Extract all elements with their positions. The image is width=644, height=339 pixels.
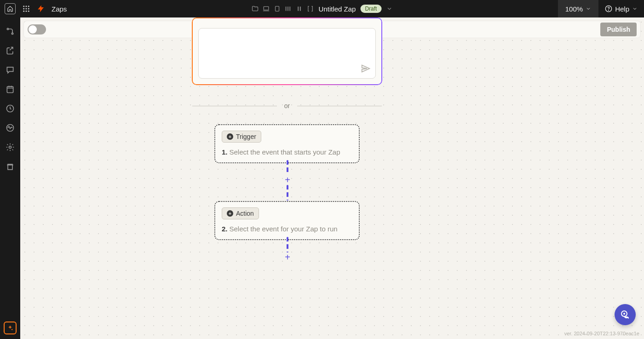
support-fab[interactable] bbox=[615, 304, 636, 325]
action-pill[interactable]: + Action bbox=[222, 207, 259, 219]
svg-point-1 bbox=[26, 6, 27, 7]
step-number: 2. bbox=[222, 225, 228, 233]
plus-circle-icon: + bbox=[227, 210, 233, 217]
svg-point-20 bbox=[7, 28, 8, 29]
version-text: ver. 2024-09-20T22:13-970eac1e bbox=[564, 331, 639, 336]
zap-name[interactable]: Untitled Zap bbox=[319, 5, 356, 13]
home-button[interactable] bbox=[5, 3, 16, 14]
ai-prompt-input[interactable] bbox=[198, 28, 376, 79]
trigger-description: 1.Select the event that starts your Zap bbox=[222, 148, 352, 156]
action-step-card[interactable]: + Action 2.Select the event for your Zap… bbox=[214, 201, 360, 240]
svg-rect-14 bbox=[289, 6, 289, 11]
pause-icon bbox=[296, 5, 303, 12]
support-chat-icon bbox=[620, 309, 631, 320]
draft-status-pill: Draft bbox=[360, 5, 381, 13]
or-label: or bbox=[284, 102, 290, 109]
barcode-icon bbox=[285, 5, 292, 12]
path-icon[interactable] bbox=[6, 27, 15, 36]
svg-rect-12 bbox=[287, 6, 287, 11]
left-sidebar bbox=[0, 17, 20, 339]
clock-icon[interactable] bbox=[6, 104, 15, 113]
gear-icon[interactable] bbox=[6, 143, 15, 152]
svg-point-8 bbox=[28, 11, 29, 12]
svg-point-21 bbox=[12, 33, 13, 34]
svg-point-27 bbox=[623, 313, 625, 315]
svg-point-0 bbox=[23, 6, 24, 7]
header-left: Zaps bbox=[0, 3, 67, 14]
step-number: 1. bbox=[222, 148, 228, 156]
app-title[interactable]: Zaps bbox=[52, 5, 67, 13]
connector-line bbox=[287, 237, 288, 253]
svg-rect-15 bbox=[290, 6, 290, 11]
action-pill-label: Action bbox=[236, 210, 254, 217]
svg-point-2 bbox=[28, 6, 29, 7]
divider-line bbox=[297, 106, 382, 106]
add-step-button[interactable]: + bbox=[283, 253, 292, 261]
app-header: Zaps Untitled Zap Draft 100% Help bbox=[0, 0, 644, 17]
svg-point-4 bbox=[26, 8, 27, 10]
zoom-control[interactable]: 100% bbox=[558, 0, 598, 17]
publish-button[interactable]: Publish bbox=[600, 23, 637, 36]
activity-icon[interactable] bbox=[6, 123, 15, 132]
header-center: Untitled Zap Draft bbox=[252, 5, 393, 13]
svg-point-6 bbox=[23, 11, 24, 12]
svg-point-7 bbox=[26, 11, 27, 12]
apps-grid-icon[interactable] bbox=[22, 5, 30, 13]
svg-rect-9 bbox=[264, 6, 269, 10]
chat-icon[interactable] bbox=[6, 65, 15, 75]
brackets-icon bbox=[307, 5, 314, 12]
svg-point-3 bbox=[23, 8, 24, 10]
sparkle-icon bbox=[7, 325, 13, 331]
divider-line bbox=[192, 106, 277, 106]
add-step-button[interactable]: + bbox=[283, 176, 292, 184]
connector-line bbox=[287, 185, 288, 201]
svg-rect-17 bbox=[300, 6, 301, 11]
send-icon[interactable] bbox=[361, 63, 371, 74]
calendar-icon[interactable] bbox=[6, 85, 15, 94]
breadcrumb-icons[interactable] bbox=[252, 5, 314, 12]
home-icon bbox=[7, 6, 13, 12]
svg-point-19 bbox=[609, 10, 609, 11]
zoom-label: 100% bbox=[565, 5, 583, 13]
chevron-down-icon bbox=[586, 6, 591, 11]
laptop-icon bbox=[263, 5, 270, 12]
header-right: 100% Help bbox=[558, 0, 644, 17]
editor-canvas[interactable]: Publish or + Trigger 1.Select the event … bbox=[20, 17, 644, 339]
svg-rect-10 bbox=[276, 6, 279, 11]
trigger-pill-label: Trigger bbox=[236, 133, 256, 140]
plus-circle-icon: + bbox=[227, 133, 233, 140]
connector-line bbox=[287, 160, 288, 173]
help-label: Help bbox=[615, 5, 629, 13]
step-text: Select the event that starts your Zap bbox=[230, 148, 340, 156]
body-row: Publish or + Trigger 1.Select the event … bbox=[0, 17, 644, 339]
export-icon[interactable] bbox=[6, 46, 15, 55]
svg-rect-11 bbox=[286, 6, 286, 11]
folder-icon bbox=[252, 5, 259, 12]
ai-sparkle-button[interactable] bbox=[4, 322, 17, 334]
svg-rect-16 bbox=[298, 6, 299, 11]
archive-icon[interactable] bbox=[6, 162, 15, 171]
enable-toggle[interactable] bbox=[28, 24, 46, 34]
action-description: 2.Select the event for your Zap to run bbox=[222, 225, 352, 233]
ai-prompt-card bbox=[192, 17, 382, 85]
svg-rect-22 bbox=[7, 86, 13, 92]
help-menu[interactable]: Help bbox=[598, 0, 644, 17]
svg-rect-13 bbox=[288, 6, 288, 11]
trigger-step-card[interactable]: + Trigger 1.Select the event that starts… bbox=[214, 124, 360, 163]
bolt-icon bbox=[37, 5, 45, 13]
svg-point-5 bbox=[28, 8, 29, 10]
step-text: Select the event for your Zap to run bbox=[230, 225, 338, 233]
device-icon bbox=[274, 5, 281, 12]
chevron-down-icon[interactable] bbox=[386, 6, 392, 12]
chevron-down-icon bbox=[632, 6, 638, 11]
trigger-pill[interactable]: + Trigger bbox=[222, 131, 261, 143]
or-divider: or bbox=[192, 102, 382, 109]
svg-point-25 bbox=[9, 146, 12, 149]
help-circle-icon bbox=[605, 5, 612, 12]
